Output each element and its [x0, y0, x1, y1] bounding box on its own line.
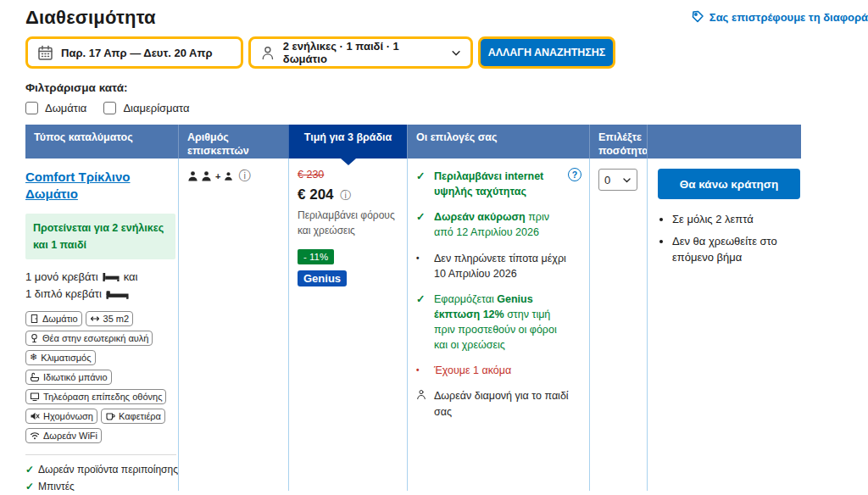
price-info-icon[interactable]: ⓘ [340, 189, 351, 202]
badge-bathroom: Ιδιωτικό μπάνιο [25, 370, 112, 385]
quantity-select[interactable]: 0 [598, 169, 637, 191]
bullet-icon: • [416, 363, 426, 378]
quantity-value: 0 [604, 174, 610, 186]
chevron-down-icon [622, 175, 632, 185]
option-child-stays-free: Δωρεάν διαμονή για το παιδί σας [416, 388, 570, 419]
header-room-type: Τύπος καταλύματος [25, 125, 178, 159]
rooms-checkbox-label: Δωμάτια [45, 102, 86, 114]
date-range-field[interactable]: Παρ. 17 Απρ — Δευτ. 20 Απρ [25, 36, 243, 69]
filter-section: Φιλτράρισμα κατά: Δωμάτια Διαμερίσματα [25, 81, 868, 114]
person-icon [260, 45, 275, 61]
reserve-note: Δεν θα χρεωθείτε στο επόμενο βήμα [672, 234, 793, 266]
date-range-value: Παρ. 17 Απρ — Δευτ. 20 Απρ [61, 47, 212, 59]
bed-info-double: 1 διπλό κρεβάτι [25, 286, 170, 303]
genius-badge: Genius [298, 270, 347, 286]
double-bed-icon [106, 289, 129, 299]
header-guest-count: Αριθμός επισκεπτών [178, 125, 288, 159]
air-conditioning-icon: ❄ [30, 353, 37, 362]
soundproofing-icon [30, 411, 40, 421]
check-icon: ✓ [416, 209, 426, 240]
option-internet: ✓ Περιλαμβάνει internet υψηλής ταχύτητας [416, 169, 570, 199]
guest-count-cell: + ⓘ [178, 159, 288, 491]
private-bathroom-icon [30, 372, 40, 382]
room-icon [30, 314, 39, 324]
recommendation-badge: Προτείνεται για 2 ενήλικες και 1 παιδί [25, 214, 175, 259]
badge-tv: Τηλεόραση επίπεδης οθόνης [25, 389, 166, 404]
badge-wifi: Δωρεάν WiFi [25, 428, 102, 443]
info-icon[interactable]: ⓘ [238, 169, 250, 184]
badge-soundproof: Ηχομόνωση [25, 409, 97, 424]
current-price: € 204 ⓘ [298, 186, 398, 203]
filter-label: Φιλτράρισμα κατά: [25, 81, 868, 94]
adult-icon [201, 170, 212, 182]
header-price: Τιμή για 3 βράδια [288, 125, 407, 159]
room-name-link[interactable]: Comfort Τρίκλινο Δωμάτιο [25, 169, 153, 203]
facilities-list: ✓Δωρεάν προϊόντα περιποίησης ✓Μπιντές ✓Π… [25, 464, 178, 491]
amenity-badges: Δωμάτιο 35 m2 Θέα στ [25, 311, 179, 443]
table-header-row: Τύπος καταλύματος Αριθμός επισκεπτών Τιμ… [25, 125, 801, 159]
bullet-icon: • [416, 251, 426, 281]
tag-icon [691, 10, 704, 24]
apartments-checkbox[interactable] [103, 102, 116, 114]
check-icon: ✓ [416, 292, 426, 353]
single-bed-icon [103, 272, 120, 282]
reserve-notes: Σε μόλις 2 λεπτά Δεν θα χρεωθείτε στο επ… [658, 212, 793, 266]
taxes-note: Περιλαμβάνει φόρους και χρεώσεις [298, 208, 398, 238]
badge-size: 35 m2 [86, 311, 134, 326]
header-empty [647, 125, 801, 159]
coffee-machine-icon [105, 411, 115, 421]
child-icon [224, 171, 233, 181]
availability-table: Τύπος καταλύματος Αριθμός επισκεπτών Τιμ… [25, 125, 801, 491]
page-title: Διαθεσιμότητα [25, 7, 156, 29]
wifi-icon [30, 431, 40, 441]
price-cell: € 230 € 204 ⓘ Περιλαμβάνει φόρους και χρ… [288, 159, 407, 491]
option-genius-discount: ✓ Εφαρμόζεται Genius έκπτωση 12% στην τι… [416, 292, 570, 353]
page-header: Διαθεσιμότητα Σας επιστρέφουμε τη διαφορ… [25, 7, 868, 29]
discount-badge: - 11% [298, 249, 334, 264]
table-row: Comfort Τρίκλινο Δωμάτιο Προτείνεται για… [25, 159, 801, 491]
option-scarcity: • Έχουμε 1 ακόμα [416, 363, 570, 378]
adult-icon [187, 170, 198, 182]
availability-page: Διαθεσιμότητα Σας επιστρέφουμε τη διαφορ… [0, 0, 868, 495]
price-match-link[interactable]: Σας επιστρέφουμε τη διαφορά [691, 10, 868, 24]
facility-item: ✓Μπιντές [25, 481, 75, 491]
plus-sign: + [215, 171, 220, 181]
facility-item: ✓Δωρεάν προϊόντα περιποίησης [25, 464, 178, 477]
check-icon: ✓ [416, 169, 426, 199]
flatscreen-tv-icon [30, 392, 40, 402]
check-icon: ✓ [25, 464, 34, 477]
apartments-checkbox-label: Διαμερίσματα [123, 102, 189, 114]
your-choices-cell: ? ✓ Περιλαμβάνει internet υψηλής ταχύτητ… [407, 159, 589, 491]
reserve-cell: Θα κάνω κράτηση Σε μόλις 2 λεπτά Δεν θα … [647, 159, 801, 491]
option-free-cancellation: ✓ Δωρεάν ακύρωση πριν από 12 Απριλίου 20… [416, 209, 570, 240]
reserve-button[interactable]: Θα κάνω κράτηση [658, 169, 800, 199]
search-bar: Παρ. 17 Απρ — Δευτ. 20 Απρ 2 ενήλικες · … [25, 36, 801, 69]
filter-option-rooms[interactable]: Δωμάτια [25, 102, 86, 114]
divider [25, 454, 176, 455]
chevron-down-icon [451, 47, 461, 58]
calendar-icon [37, 45, 53, 61]
size-icon [90, 314, 100, 324]
badge-ac: ❄ Κλιματισμός [25, 350, 96, 365]
check-icon: ✓ [25, 481, 34, 491]
person-outline-icon [416, 389, 426, 400]
badge-coffee: Καφετιέρα [101, 409, 165, 424]
occupancy-field[interactable]: 2 ενήλικες · 1 παιδί · 1 δωμάτιο [248, 36, 473, 69]
courtyard-view-icon [30, 333, 39, 343]
reserve-note: Σε μόλις 2 λεπτά [672, 212, 793, 228]
change-search-button[interactable]: ΑΛΛΑΓΗ ΑΝΑΖΗΤΗΣΗΣ [478, 36, 615, 69]
badge-view: Θέα στην εσωτερική αυλή [25, 331, 153, 346]
original-price: € 230 [298, 169, 398, 181]
quantity-cell: 0 [589, 159, 647, 491]
occupancy-value: 2 ενήλικες · 1 παιδί · 1 δωμάτιο [283, 40, 436, 65]
rooms-checkbox[interactable] [25, 102, 38, 114]
badge-room: Δωμάτιο [25, 311, 82, 326]
help-icon[interactable]: ? [568, 168, 581, 181]
option-no-prepayment: • Δεν πληρώνετε τίποτα μέχρι 10 Απριλίου… [416, 251, 570, 281]
price-match-label: Σας επιστρέφουμε τη διαφορά [709, 11, 868, 24]
filter-option-apartments[interactable]: Διαμερίσματα [103, 102, 189, 114]
header-your-choices: Οι επιλογές σας [407, 125, 589, 159]
bed-info-single: 1 μονό κρεβάτι και [25, 269, 170, 286]
room-type-cell: Comfort Τρίκλινο Δωμάτιο Προτείνεται για… [25, 159, 178, 491]
header-select-quantity: Επιλέξτε ποσότητα [589, 125, 647, 159]
